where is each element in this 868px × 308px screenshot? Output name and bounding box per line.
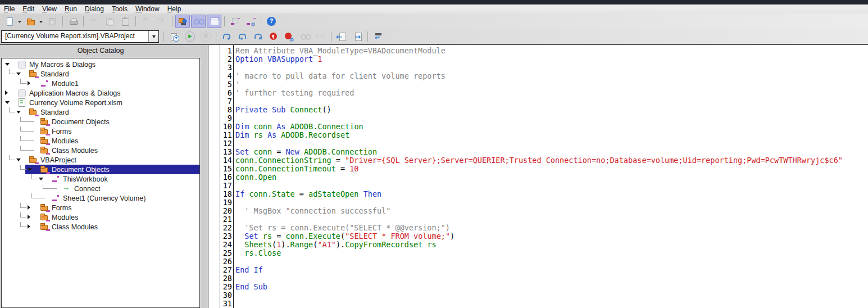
collapse-arrow-icon[interactable] [16, 158, 21, 161]
code-editor[interactable]: 1Rem Attribute VBA_ModuleType=VBADocumen… [208, 45, 868, 308]
code-line[interactable]: 17 [208, 182, 868, 190]
menu-window[interactable]: Window [131, 4, 163, 13]
code-line[interactable]: 18If conn.State = adStateOpen Then [208, 190, 868, 198]
menu-dialog[interactable]: Dialog [81, 4, 108, 13]
tree-item-standard[interactable]: Standard [2, 69, 199, 79]
object-catalog-toggle-button[interactable] [175, 15, 190, 28]
menu-tools[interactable]: Tools [108, 4, 131, 13]
copy-button[interactable] [102, 15, 117, 28]
code-line[interactable]: 2Option VBASupport 1 [208, 55, 868, 64]
expand-arrow-icon[interactable] [28, 81, 30, 85]
collapse-arrow-icon[interactable] [5, 63, 10, 66]
tree-item-modules[interactable]: Modules [2, 212, 199, 222]
tree-item-modules[interactable]: Modules [2, 136, 199, 146]
expand-arrow-icon[interactable] [5, 90, 8, 95]
new-module-button[interactable] [2, 15, 17, 28]
code-line[interactable]: 3 [208, 64, 868, 72]
tree-item-class-modules[interactable]: Class Modules [2, 146, 199, 155]
expand-arrow-icon[interactable] [28, 215, 30, 219]
module-options-button[interactable] [243, 15, 258, 28]
menu-help[interactable]: Help [163, 4, 185, 13]
tree-item-vbaproject[interactable]: VBAProject [2, 155, 199, 165]
collapse-arrow-icon[interactable] [5, 101, 10, 104]
collapse-arrow-icon[interactable] [39, 178, 43, 180]
library-selector-dropdown-arrow-icon[interactable] [148, 31, 158, 42]
tree-item-module1[interactable]: Module1 [2, 79, 199, 88]
tree-item-document-objects[interactable]: Document Objects [2, 117, 199, 126]
code-line[interactable]: 14conn.ConnectionString = "Driver={SQL S… [208, 156, 868, 165]
breakpoint-button[interactable] [266, 30, 281, 43]
run-button[interactable] [183, 30, 197, 43]
code-line[interactable]: 28 [208, 274, 868, 283]
code-line[interactable]: 27End If [208, 266, 868, 274]
tree-item-thisworkbook[interactable]: ThisWorkbook [2, 174, 199, 184]
undo-button[interactable] [139, 15, 153, 28]
code-line[interactable]: 6' further testing required [208, 89, 868, 97]
code-line[interactable]: 20 ' MsgBox "connection successful" [208, 207, 868, 215]
manage-breakpoints-button[interactable] [282, 30, 297, 43]
code-line[interactable]: 9 [208, 114, 868, 123]
code-line[interactable]: 4' macro to pull data for client volume … [208, 72, 868, 80]
compile-button[interactable] [167, 30, 181, 43]
code-line[interactable]: 11Dim rs As ADODB.Recordset [208, 131, 868, 139]
code-line[interactable]: 7 [208, 97, 868, 106]
cut-button[interactable] [87, 15, 101, 28]
menu-view[interactable]: View [38, 4, 61, 13]
code-line[interactable]: 1Rem Attribute VBA_ModuleType=VBADocumen… [208, 47, 868, 55]
single-step-button[interactable] [235, 30, 249, 43]
stop-button[interactable] [198, 30, 213, 43]
code-line[interactable]: 23 Set rs = conn.Execute("SELECT * FROM … [208, 232, 868, 241]
menu-edit[interactable]: Edit [19, 4, 38, 13]
expand-arrow-icon[interactable] [28, 224, 30, 229]
tree-item-my-macros-dialogs[interactable]: My Macros & Dialogs [2, 60, 199, 69]
code-line[interactable]: 31 [208, 300, 868, 308]
paste-button[interactable] [118, 15, 133, 28]
code-line[interactable]: 16conn.Open [208, 173, 868, 182]
code-line[interactable]: 13Set conn = New ADODB.Connection [208, 148, 868, 156]
dropdown-caret-icon[interactable] [39, 21, 43, 25]
collapse-arrow-icon[interactable] [16, 73, 21, 75]
code-line[interactable]: 29End Sub [208, 283, 868, 291]
code-line[interactable]: 19 [208, 198, 868, 207]
tree-item-document-objects[interactable]: Document Objects [2, 165, 199, 174]
code-line[interactable]: 5' [208, 80, 868, 89]
tree-item-forms[interactable]: Forms [2, 203, 199, 212]
code-line[interactable]: 30 [208, 291, 868, 300]
code-line[interactable]: 8Private Sub Connect() [208, 106, 868, 114]
tree-item-class-modules[interactable]: Class Modules [2, 222, 199, 232]
tree-item-forms[interactable]: Forms [2, 126, 199, 136]
code-line[interactable]: 15conn.ConnectionTimeout = 10 [208, 165, 868, 173]
code-line[interactable]: 25 rs.Close [208, 249, 868, 257]
menu-file[interactable]: File [0, 4, 19, 13]
dropdown-caret-icon[interactable] [18, 21, 21, 25]
code-line[interactable]: 22 'Set rs = conn.Execute("SELECT * @@ve… [208, 224, 868, 232]
code-line[interactable]: 12 [208, 139, 868, 148]
print-button[interactable] [66, 15, 80, 28]
procedure-step-button[interactable] [219, 30, 234, 43]
enable-watch-button[interactable] [298, 30, 312, 43]
find-parentheses-button[interactable] [313, 30, 328, 43]
redo-button[interactable] [154, 15, 169, 28]
insert-source-text-button[interactable] [371, 30, 385, 43]
code-line[interactable]: 24 Sheets(1).Range("A1").CopyFromRecords… [208, 241, 868, 249]
panel-splitter[interactable] [201, 45, 208, 308]
tree-item-connect[interactable]: Connect [2, 184, 199, 193]
tree-item-currency-volume-report-xlsm[interactable]: Currency Volume Report.xlsm [2, 98, 199, 107]
tree-item-application-macros-dialogs[interactable]: Application Macros & Dialogs [2, 88, 199, 98]
collapse-arrow-icon[interactable] [16, 111, 21, 114]
tree-item-standard[interactable]: Standard [2, 107, 199, 117]
step-out-button[interactable] [251, 30, 265, 43]
modules-toggle-button[interactable] [207, 15, 221, 28]
code-line[interactable]: 21 [208, 215, 868, 224]
insert-module-button[interactable] [228, 15, 242, 28]
open-button[interactable] [24, 15, 38, 28]
object-catalog-tree[interactable]: My Macros & DialogsStandardModule1Applic… [1, 58, 200, 308]
tree-item-sheet1-currency-volume[interactable]: Sheet1 (Currency Volume) [2, 193, 199, 203]
export-source-button[interactable] [350, 30, 365, 43]
macros-toggle-button[interactable] [191, 15, 206, 28]
code-line[interactable]: 26 [208, 257, 868, 266]
code-line[interactable]: 10Dim conn As ADODB.Connection [208, 123, 868, 131]
collapse-arrow-icon[interactable] [28, 168, 32, 171]
save-button[interactable] [45, 15, 60, 28]
import-source-button[interactable] [334, 30, 349, 43]
